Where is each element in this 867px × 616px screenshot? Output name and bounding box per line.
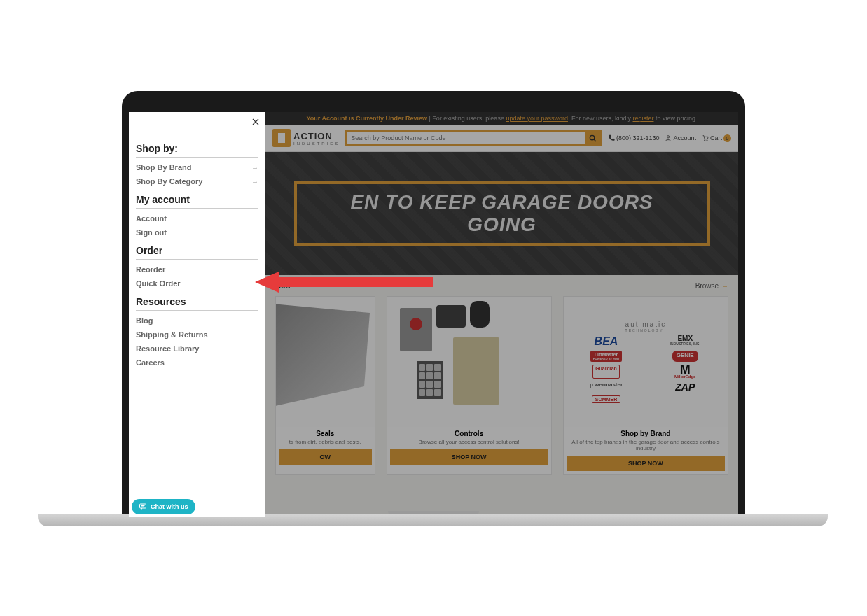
cart-icon [702, 134, 709, 141]
phone-link[interactable]: (800) 321-1130 [608, 134, 660, 141]
sidebar-panel: Shop by: Shop By Brand → Shop By Categor… [129, 112, 265, 517]
sidebar-item-library[interactable]: Resource Library [136, 342, 258, 356]
category-cards: Seals ts from dirt, debris and pests. OW [265, 296, 738, 475]
notice-link-updatepw[interactable]: update your password [506, 115, 568, 122]
brand-milleredge: MMillerEdge [674, 365, 695, 379]
brand-genie: GENIE [672, 351, 698, 362]
notice-review: Your Account is Currently Under Review [306, 115, 427, 122]
shop-now-button[interactable]: SHOP NOW [567, 456, 725, 471]
search-wrap [345, 130, 602, 146]
keyhole-icon [410, 318, 422, 330]
cart-link[interactable]: Cart 0 [702, 134, 731, 142]
shop-now-button[interactable]: OW [279, 449, 372, 465]
header-links: (800) 321-1130 Account Cart 0 [608, 134, 731, 142]
laptop-frame: Your Account is Currently Under Review |… [122, 91, 745, 522]
card-title: Shop by Brand [564, 427, 728, 439]
category-card-seals: Seals ts from dirt, debris and pests. OW [275, 296, 375, 475]
svg-point-2 [667, 136, 670, 138]
sidebar-item-quickorder[interactable]: Quick Order [136, 276, 258, 290]
category-card-controls: Controls Browse all your access control … [387, 296, 552, 475]
account-link[interactable]: Account [665, 134, 696, 141]
sidebar-item-careers[interactable]: Careers [136, 356, 258, 370]
shop-now-button[interactable]: SHOP NOW [390, 449, 548, 465]
search-input[interactable] [347, 132, 585, 144]
svg-point-3 [705, 140, 705, 141]
chevron-right-icon: → [251, 178, 258, 186]
logo-text-top: ACTION [293, 131, 340, 141]
sidebar-section-shop: Shop by: [136, 143, 258, 154]
brand-zap: ZAP [675, 382, 695, 393]
brand-powermaster: p wermaster [590, 382, 623, 393]
close-button[interactable] [251, 116, 260, 129]
chat-button[interactable]: Chat with us [132, 499, 195, 514]
sidebar-item-reorder[interactable]: Reorder [136, 262, 258, 276]
chevron-right-icon: → [251, 164, 258, 172]
seal-product-icon [276, 302, 370, 407]
phone-icon [608, 134, 615, 141]
card-image-controls [387, 297, 551, 427]
logo-text: ACTION INDUSTRIES [293, 131, 340, 146]
sidebar-section-account: My account [136, 194, 258, 205]
sidebar-item-blog[interactable]: Blog [136, 314, 258, 328]
brand-bea: BEA [595, 335, 618, 348]
brand-automatic: aut maticTECHNOLOGY [625, 321, 667, 332]
sidebar-item-account[interactable]: Account [136, 211, 258, 225]
svg-point-4 [707, 140, 707, 141]
notice-bar: Your Account is Currently Under Review |… [265, 112, 738, 125]
card-image-brands: aut maticTECHNOLOGY BEA EMXINDUSTRIES, I… [564, 297, 728, 427]
site-header: ACTION INDUSTRIES (800) 321-1130 [265, 125, 738, 152]
card-title: Seals [276, 427, 375, 439]
card-image-seals [276, 297, 375, 427]
account-text: Account [673, 134, 696, 141]
close-icon [251, 118, 260, 126]
sidebar-item-shipping[interactable]: Shipping & Returns [136, 328, 258, 342]
browse-text: Browse [695, 282, 719, 290]
brand-emx: EMXINDUSTRIES, INC. [670, 335, 700, 348]
brand-liftmaster: LiftMasterPOWERED BY myQ [590, 351, 622, 362]
keypad-icon [417, 361, 443, 399]
browse-link[interactable]: Browse → [695, 282, 728, 290]
chat-icon [139, 503, 147, 511]
notice-mid1: | For existing users, please [427, 115, 506, 122]
chat-label: Chat with us [151, 503, 188, 510]
notice-mid2: . For new users, kindly [568, 115, 633, 122]
card-sub: All of the top brands in the garage door… [564, 439, 728, 456]
card-sub: ts from dirt, debris and pests. [276, 439, 375, 449]
hero-banner: EN TO KEEP GARAGE DOORS GOING [265, 152, 738, 275]
brand-sommer: SOMMER [592, 396, 621, 403]
search-button[interactable] [585, 132, 601, 144]
annotation-arrow-icon [255, 272, 434, 293]
screen: Your Account is Currently Under Review |… [129, 112, 738, 517]
sidebar-item-signout[interactable]: Sign out [136, 225, 258, 239]
cart-text: Cart [710, 134, 722, 141]
user-icon [665, 134, 672, 141]
search-icon [589, 134, 597, 142]
notice-tail: to view pricing. [654, 115, 698, 122]
brand-guardian: Guardian [592, 365, 620, 379]
phone-text: (800) 321-1130 [616, 134, 660, 141]
card-sub: Browse all your access control solutions… [387, 439, 551, 449]
sidebar-item-shop-category[interactable]: Shop By Category → [136, 174, 258, 188]
main-content: Your Account is Currently Under Review |… [265, 112, 738, 517]
sidebar-section-order: Order [136, 245, 258, 256]
logo[interactable]: ACTION INDUSTRIES [272, 129, 340, 147]
svg-line-1 [594, 139, 596, 141]
logo-icon [272, 129, 291, 147]
sidebar-section-resources: Resources [136, 296, 258, 307]
cart-badge: 0 [723, 134, 731, 142]
hero-text: EN TO KEEP GARAGE DOORS GOING [314, 191, 691, 236]
sidebar-item-label: Shop By Brand [136, 163, 191, 172]
sidebar-item-label: Shop By Category [136, 177, 202, 186]
hero-box: EN TO KEEP GARAGE DOORS GOING [294, 181, 710, 246]
arrow-right-icon: → [721, 282, 728, 290]
panel-icon [453, 337, 499, 405]
sidebar-item-shop-brand[interactable]: Shop By Brand → [136, 160, 258, 174]
logo-text-sub: INDUSTRIES [293, 141, 340, 146]
notice-link-register[interactable]: register [632, 115, 653, 122]
card-title: Controls [387, 427, 551, 439]
remote-icon [436, 305, 466, 328]
category-card-brands: aut maticTECHNOLOGY BEA EMXINDUSTRIES, I… [563, 296, 728, 475]
svg-marker-8 [255, 272, 279, 293]
svg-point-0 [590, 135, 595, 139]
fob-icon [470, 301, 490, 328]
